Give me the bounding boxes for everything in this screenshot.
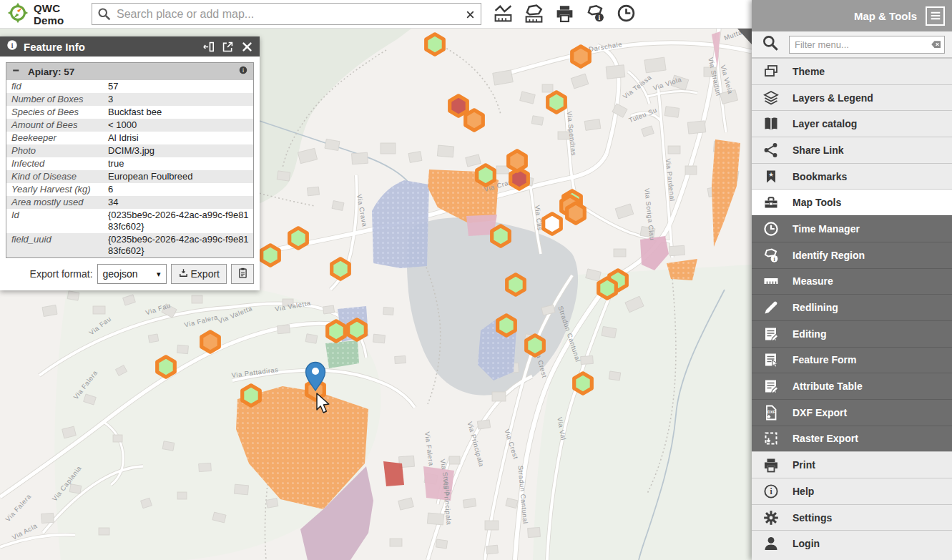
close-panel-button[interactable] — [240, 39, 254, 54]
attribute-row: Number of Boxes 3 — [6, 93, 253, 106]
sidebar-item-editing[interactable]: Editing — [752, 320, 952, 347]
apiary-marker-green[interactable] — [262, 245, 280, 265]
sidebar-item-time-manager[interactable]: Time Manager — [752, 215, 952, 242]
form-cursor-icon — [762, 350, 780, 369]
theme-icon — [762, 62, 780, 81]
sidebar-item-layers-legend[interactable]: Layers & Legend — [752, 84, 952, 111]
maximize-panel-button[interactable] — [220, 39, 235, 54]
apiary-marker-green[interactable] — [498, 315, 516, 335]
attribute-label: Photo — [6, 144, 107, 157]
apiary-marker-green[interactable] — [290, 228, 308, 248]
sidebar-item-label: Bookmarks — [792, 171, 847, 182]
attribute-row: fid 57 — [6, 80, 253, 93]
apiary-marker-orange[interactable] — [202, 332, 220, 352]
dxf-icon: DXF — [762, 403, 780, 422]
apiary-marker-orange[interactable] — [567, 203, 585, 223]
export-format-select[interactable]: geojson ▾ — [97, 264, 167, 284]
feature-zoom-info-icon[interactable]: i — [238, 65, 248, 78]
gear-icon — [762, 509, 780, 527]
sidebar-item-dxf-export[interactable]: DXF DXF Export — [752, 399, 952, 426]
toolbar-buttons: i — [491, 3, 637, 26]
ruler-icon — [762, 272, 780, 290]
edit-list-icon — [762, 325, 780, 343]
apiary-marker-green[interactable] — [492, 226, 510, 246]
app-brand: QWC Demo — [0, 2, 92, 26]
dock-panel-button[interactable] — [201, 39, 215, 54]
search-clear-button[interactable] — [463, 7, 477, 21]
sidebar-item-theme[interactable]: Theme — [752, 58, 952, 84]
filter-menu-input[interactable] — [789, 36, 945, 54]
feature-info-header[interactable]: i Feature Info — [0, 36, 260, 57]
sidebar-item-label: DXF Export — [792, 407, 847, 418]
sidebar-item-layer-catalog[interactable]: Layer catalog — [752, 110, 952, 137]
attribute-row: Id {0235be9c-2026-42ac-a99c-f9e8183fc602… — [6, 209, 253, 233]
layers-icon — [762, 89, 780, 107]
export-button[interactable]: Export — [171, 264, 227, 284]
sidebar-item-map-tools[interactable]: Map Tools — [752, 189, 952, 215]
filter-clear-icon[interactable] — [930, 38, 943, 53]
identify-icon: i — [762, 246, 780, 265]
sidebar-header: Map & Tools — [752, 0, 952, 31]
clock-icon — [762, 220, 780, 238]
apiary-marker-white[interactable] — [544, 214, 561, 234]
identify-region-button[interactable]: i — [584, 3, 607, 26]
measure-button[interactable] — [491, 3, 514, 26]
apiary-marker-green[interactable] — [548, 92, 566, 112]
feature-group-header[interactable]: Apiary: 57 i — [6, 63, 253, 80]
attribute-row: Infected true — [6, 157, 253, 170]
attribute-label: Area mostly used — [6, 196, 107, 209]
attribute-row: Yearly Harvest (kg) 6 — [6, 183, 253, 196]
attribute-label: Yearly Harvest (kg) — [6, 183, 107, 196]
apiary-marker-green[interactable] — [574, 373, 592, 393]
sidebar-item-label: Settings — [792, 512, 832, 524]
sidebar-item-settings[interactable]: Settings — [752, 504, 952, 531]
sidebar-item-label: Identify Region — [792, 250, 865, 261]
attribute-label: Species of Bees — [6, 106, 107, 119]
download-icon — [178, 267, 189, 280]
share-icon — [762, 141, 780, 159]
info-circle-icon: i — [6, 39, 19, 54]
attribute-value: 3 — [107, 93, 253, 106]
attribute-value: 6 — [107, 183, 253, 196]
export-format-label: Export format: — [30, 268, 93, 280]
measure-area-button[interactable] — [522, 3, 545, 26]
attribute-label: Beekeeper — [6, 132, 107, 144]
apiary-marker-green[interactable] — [426, 34, 444, 54]
apiary-marker-red[interactable] — [450, 96, 468, 116]
svg-text:i: i — [770, 487, 772, 496]
help-icon: i — [762, 482, 780, 501]
sidebar-item-help[interactable]: i Help — [752, 478, 952, 504]
apiary-marker-green[interactable] — [507, 275, 525, 295]
apiary-marker-orange[interactable] — [509, 151, 526, 171]
sidebar-item-raster-export[interactable]: Raster Export — [752, 426, 952, 452]
sidebar-item-share-link[interactable]: Share Link — [752, 137, 952, 163]
apiary-marker-green[interactable] — [328, 321, 345, 341]
sidebar-item-measure[interactable]: Measure — [752, 268, 952, 295]
apiary-marker-orange[interactable] — [572, 46, 590, 67]
sidebar-item-redlining[interactable]: Redlining — [752, 294, 952, 320]
sidebar-item-login[interactable]: Login — [752, 530, 952, 556]
apiary-marker-green[interactable] — [332, 259, 350, 279]
sidebar-item-label: Login — [792, 538, 820, 549]
attribute-value: {0235be9c-2026-42ac-a99c-f9e8183fc602} — [107, 233, 253, 257]
apiary-marker-green[interactable] — [348, 320, 366, 340]
search-input[interactable] — [92, 3, 481, 25]
pencil-icon — [762, 298, 780, 317]
sidebar-item-identify-region[interactable]: i Identify Region — [752, 242, 952, 268]
sidebar-item-attribute-table[interactable]: Attribute Table — [752, 373, 952, 399]
sidebar-item-bookmarks[interactable]: ★ Bookmarks — [752, 163, 952, 190]
apiary-marker-green[interactable] — [242, 385, 260, 406]
sidebar-item-feature-form[interactable]: Feature Form — [752, 347, 952, 373]
time-manager-button[interactable] — [614, 3, 637, 26]
apiary-marker-green[interactable] — [477, 165, 495, 185]
menu-hamburger-button[interactable] — [926, 6, 945, 26]
apiary-marker-orange[interactable] — [466, 110, 484, 130]
apiary-marker-green[interactable] — [526, 335, 544, 355]
search-icon — [97, 6, 112, 24]
copy-to-clipboard-button[interactable] — [231, 264, 254, 284]
attribute-row: Amount of Bees < 1000 — [6, 119, 253, 132]
apiary-marker-green[interactable] — [599, 278, 617, 298]
print-button[interactable] — [553, 3, 576, 26]
sidebar-item-print[interactable]: Print — [752, 451, 952, 478]
apiary-marker-green[interactable] — [157, 357, 175, 377]
